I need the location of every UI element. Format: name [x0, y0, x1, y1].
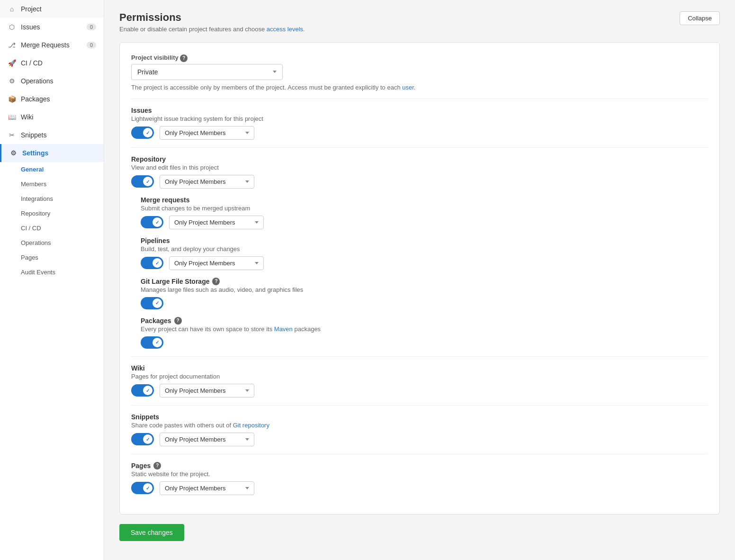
pages-toggle[interactable]: [131, 482, 154, 494]
wiki-dropdown-arrow: [245, 389, 249, 392]
snippets-label: Snippets: [131, 413, 708, 421]
repository-label: Repository: [131, 155, 708, 163]
snippets-dropdown-arrow: [245, 438, 249, 441]
wiki-control: Only Project Members: [131, 384, 708, 397]
sidebar-sub-general[interactable]: General: [0, 162, 104, 177]
merge-requests-badge: 0: [87, 42, 96, 48]
collapse-button[interactable]: Collapse: [680, 11, 720, 25]
sidebar-item-wiki[interactable]: 📖 Wiki: [0, 108, 104, 126]
ops-icon: ⚙: [8, 77, 16, 85]
git-lfs-toggle-knob: [152, 298, 162, 308]
repository-control: Only Project Members: [131, 175, 708, 189]
save-button[interactable]: Save changes: [119, 524, 184, 541]
pipelines-dropdown[interactable]: Only Project Members: [169, 256, 264, 270]
issues-desc: Lightweight issue tracking system for th…: [131, 115, 708, 122]
snippets-dropdown[interactable]: Only Project Members: [160, 433, 254, 446]
sidebar: ⌂ Project ⬡ Issues 0 ⎇ Merge Requests 0 …: [0, 0, 104, 560]
user-link[interactable]: user: [402, 84, 414, 91]
packages-desc: Every project can have its own space to …: [141, 325, 708, 333]
pipelines-permission: Pipelines Build, test, and deploy your c…: [141, 237, 708, 270]
git-repo-link[interactable]: Git repository: [233, 422, 269, 429]
sidebar-item-packages[interactable]: 📦 Packages: [0, 90, 104, 108]
wiki-label: Wiki: [131, 364, 708, 372]
git-lfs-permission: Git Large File Storage ? Manages large f…: [141, 278, 708, 309]
sidebar-sub-pages[interactable]: Pages: [0, 250, 104, 265]
sidebar-item-merge-requests[interactable]: ⎇ Merge Requests 0: [0, 36, 104, 54]
packages-toggle[interactable]: [141, 336, 163, 349]
merge-requests-dropdown[interactable]: Only Project Members: [169, 216, 264, 229]
repository-toggle-knob: [143, 177, 152, 186]
packages-help-icon[interactable]: ?: [174, 317, 182, 325]
maven-link[interactable]: Maven: [274, 325, 293, 333]
repository-dropdown-arrow: [245, 181, 249, 183]
merge-icon: ⎇: [8, 41, 16, 49]
sidebar-sub-integrations[interactable]: Integrations: [0, 191, 104, 206]
pages-permission: Pages ? Static website for the project. …: [131, 462, 708, 495]
issues-icon: ⬡: [8, 23, 16, 31]
issues-permission: Issues Lightweight issue tracking system…: [131, 107, 708, 140]
sidebar-item-operations[interactable]: ⚙ Operations: [0, 72, 104, 90]
sidebar-sub-operations[interactable]: Operations: [0, 235, 104, 250]
sidebar-sub-ci-cd[interactable]: CI / CD: [0, 221, 104, 235]
visibility-label: Project visibility ?: [131, 54, 708, 62]
merge-requests-dropdown-arrow: [255, 221, 259, 224]
repository-permission: Repository View and edit files in this p…: [131, 155, 708, 189]
repository-toggle[interactable]: [131, 175, 154, 188]
merge-requests-toggle[interactable]: [141, 216, 163, 228]
wiki-icon: 📖: [8, 113, 16, 121]
pages-toggle-knob: [143, 483, 152, 493]
sidebar-item-issues[interactable]: ⬡ Issues 0: [0, 18, 104, 36]
merge-requests-permission: Merge requests Submit changes to be merg…: [141, 196, 708, 229]
merge-requests-toggle-knob: [152, 217, 162, 227]
sidebar-item-settings[interactable]: ⚙ Settings: [0, 144, 104, 162]
visibility-note: The project is accessible only by member…: [131, 84, 708, 91]
wiki-toggle-knob: [143, 386, 152, 395]
pipelines-toggle[interactable]: [141, 257, 163, 269]
snippets-toggle[interactable]: [131, 433, 154, 445]
snippets-icon: ✂: [8, 131, 16, 139]
git-lfs-help-icon[interactable]: ?: [212, 278, 220, 285]
merge-requests-control: Only Project Members: [141, 216, 708, 229]
permissions-card: Project visibility ? Private The project…: [119, 42, 720, 515]
packages-toggle-knob: [152, 338, 162, 347]
pages-dropdown-arrow: [245, 487, 249, 489]
packages-permission: Packages ? Every project can have its ow…: [141, 317, 708, 349]
pages-dropdown[interactable]: Only Project Members: [160, 481, 254, 495]
repository-desc: View and edit files in this project: [131, 164, 708, 171]
sidebar-item-ci-cd[interactable]: 🚀 CI / CD: [0, 54, 104, 72]
wiki-toggle[interactable]: [131, 384, 154, 397]
access-levels-link[interactable]: access levels: [267, 26, 303, 33]
snippets-toggle-knob: [143, 434, 152, 444]
issues-dropdown[interactable]: Only Project Members: [160, 126, 254, 140]
page-subtitle: Enable or disable certain project featur…: [119, 26, 305, 33]
issues-label: Issues: [131, 107, 708, 114]
package-icon: 📦: [8, 95, 16, 103]
merge-requests-label: Merge requests: [141, 196, 708, 204]
page-header: Permissions Enable or disable certain pr…: [119, 11, 720, 33]
pipelines-control: Only Project Members: [141, 256, 708, 270]
sidebar-item-snippets[interactable]: ✂ Snippets: [0, 126, 104, 144]
repository-dropdown[interactable]: Only Project Members: [160, 175, 254, 189]
wiki-dropdown[interactable]: Only Project Members: [160, 384, 254, 397]
pages-desc: Static website for the project.: [131, 470, 708, 478]
packages-label: Packages ?: [141, 317, 708, 325]
git-lfs-desc: Manages large files such as audio, video…: [141, 286, 708, 293]
packages-control: [141, 336, 708, 349]
sidebar-sub-audit-events[interactable]: Audit Events: [0, 265, 104, 280]
pages-control: Only Project Members: [131, 481, 708, 495]
pages-help-icon[interactable]: ?: [153, 462, 161, 470]
visibility-chevron-icon: [273, 71, 277, 73]
pipelines-dropdown-arrow: [255, 262, 259, 264]
visibility-section: Project visibility ? Private The project…: [131, 54, 708, 91]
visibility-select[interactable]: Private: [131, 64, 283, 80]
issues-toggle[interactable]: [131, 126, 154, 139]
wiki-desc: Pages for project documentation: [131, 373, 708, 380]
merge-requests-desc: Submit changes to be merged upstream: [141, 205, 708, 212]
sidebar-sub-repository[interactable]: Repository: [0, 206, 104, 221]
main-content: Permissions Enable or disable certain pr…: [104, 0, 735, 560]
visibility-help-icon[interactable]: ?: [180, 54, 188, 62]
sidebar-item-project[interactable]: ⌂ Project: [0, 0, 104, 18]
git-lfs-toggle[interactable]: [141, 297, 163, 309]
sidebar-sub-members[interactable]: Members: [0, 177, 104, 191]
issues-toggle-knob: [143, 128, 152, 137]
